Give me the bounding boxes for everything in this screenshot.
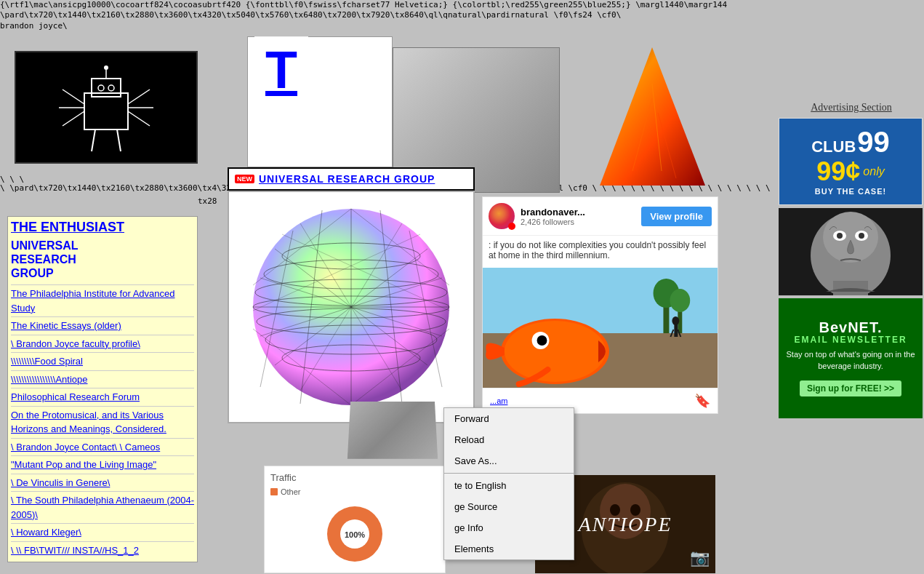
svg-point-56 xyxy=(505,321,606,382)
sidebar-link-howard[interactable]: \ Howard Kleger\ xyxy=(11,523,194,541)
instagram-user-info: brandonaver... 2,426 followers xyxy=(521,207,635,226)
sidebar-link-contact[interactable]: \ Brandon Joyce Contact\ \ Cameos xyxy=(11,438,194,456)
sidebar-subtitle: UNIVERSAL RESEARCH GROUP xyxy=(11,239,194,281)
context-menu: Forward Reload Save As... te to English … xyxy=(443,407,574,560)
instagram-card: brandonaver... 2,426 followers View prof… xyxy=(482,196,718,414)
sidebar-link-mutant-pop[interactable]: "Mutant Pop and the Living Image" xyxy=(11,455,194,474)
antiope-instagram-icon: 📷 xyxy=(690,549,710,567)
antiope-text: ANTIOPE xyxy=(578,513,672,536)
urg-banner-text: UNIVERSAL RESEARCH GROUP xyxy=(259,173,435,185)
perspective-shape xyxy=(347,402,438,459)
legend-label-other: Other xyxy=(281,487,301,496)
sidebar-link-de-vinculis[interactable]: \ De Vinculis in Genere\ xyxy=(11,474,194,492)
ads-section-title: Advertising Section xyxy=(779,102,924,113)
urg-banner[interactable]: NEW UNIVERSAL RESEARCH GROUP xyxy=(228,167,475,191)
fire-triangle-image xyxy=(596,40,709,193)
bevnet-cta[interactable]: Sign up for FREE! >> xyxy=(800,380,901,396)
sidebar-link-faculty[interactable]: \ Brandon Joyce faculty profile\ xyxy=(11,335,194,353)
club99-cents: 99¢ xyxy=(816,156,860,187)
context-menu-translate[interactable]: te to English xyxy=(444,475,574,496)
svg-marker-15 xyxy=(600,47,705,186)
chart-legend: Other xyxy=(270,487,439,496)
sidebar-link-philadelphia[interactable]: The Philadelphia Institute for Advanced … xyxy=(11,284,194,316)
sidebar-link-protomusical[interactable]: On the Protomusical, and its Various Hor… xyxy=(11,406,194,438)
context-menu-forward[interactable]: Forward xyxy=(444,408,574,429)
bevnet-body: Stay on top of what's going on in the be… xyxy=(786,349,915,372)
traffic-chart: Traffic Other 100% xyxy=(264,466,446,573)
instagram-live-dot xyxy=(508,223,515,230)
view-profile-button[interactable]: View profile xyxy=(641,207,712,226)
svg-point-52 xyxy=(672,316,679,325)
club99-only: only xyxy=(863,165,884,178)
ads-column: Advertising Section CLUB 99 99¢ only BUY… xyxy=(779,102,924,418)
ad-club99[interactable]: CLUB 99 99¢ only BUY THE CASE! xyxy=(779,118,923,205)
instagram-username: brandonaver... xyxy=(521,207,635,218)
club99-number: 99 xyxy=(857,127,890,156)
context-menu-save-as[interactable]: Save As... xyxy=(444,450,574,471)
svg-text:100%: 100% xyxy=(345,530,365,539)
3d-sphere-window xyxy=(228,191,475,423)
svg-point-72 xyxy=(837,233,843,239)
svg-point-14 xyxy=(104,65,108,70)
legend-dot-other xyxy=(270,488,278,495)
robot-sketch-image xyxy=(15,51,198,164)
traffic-title: Traffic xyxy=(270,472,439,483)
ad-bevnet[interactable]: BevNET. EMAIL NEWSLETTER Stay on top of … xyxy=(779,298,923,418)
instagram-followers: 2,426 followers xyxy=(521,218,635,226)
sidebar-link-antiope[interactable]: \\\\\\\\\\\\\\\\\Antiope xyxy=(11,370,194,388)
svg-point-58 xyxy=(537,335,547,346)
bevnet-brand: BevNET. xyxy=(819,320,882,335)
sidebar-link-kinetic[interactable]: The Kinetic Essays (older) xyxy=(11,316,194,335)
context-menu-elements[interactable]: Elements xyxy=(444,538,574,559)
instagram-bottom-text: ...am xyxy=(490,396,507,405)
sidebar-title: THE ENTHUSIAST xyxy=(11,220,194,236)
donut-chart: 100% xyxy=(270,499,439,565)
context-menu-separator xyxy=(444,473,574,474)
context-menu-info[interactable]: ge Info xyxy=(444,517,574,538)
tx28-text: tx28 xyxy=(198,196,217,206)
svg-point-69 xyxy=(823,212,878,263)
sidebar-link-social[interactable]: \ \\ FB\TWIT/// INSTA//HS_1_2 xyxy=(11,541,194,559)
sidebar-link-food-spiral[interactable]: \\\\\\\\\Food Spiral xyxy=(11,352,194,370)
club99-buy: BUY THE CASE! xyxy=(815,187,886,196)
rtf-bg-text: {\rtf1\mac\ansicpg10000\cocoartf824\coco… xyxy=(0,0,727,31)
sidebar: THE ENTHUSIAST UNIVERSAL RESEARCH GROUP … xyxy=(7,216,198,562)
svg-point-50 xyxy=(670,289,690,312)
context-menu-source[interactable]: ge Source xyxy=(444,496,574,517)
bookmark-icon: 🔖 xyxy=(694,393,710,409)
new-badge: NEW xyxy=(235,175,254,183)
sidebar-link-philosophy[interactable]: Philosophical Research Forum xyxy=(11,388,194,406)
sidebar-link-athenaeum[interactable]: \ The South Philadelphia Athenaeum (2004… xyxy=(11,491,194,523)
instagram-fish-image xyxy=(483,268,718,388)
ad-face[interactable] xyxy=(779,208,923,295)
instagram-quote: : if you do not like complexities you co… xyxy=(483,235,718,268)
club99-label: CLUB xyxy=(811,137,856,156)
big-t-letter: T xyxy=(254,36,308,103)
bevnet-subtitle: EMAIL NEWSLETTER xyxy=(794,335,907,345)
context-menu-reload[interactable]: Reload xyxy=(444,429,574,450)
instagram-header: brandonaver... 2,426 followers View prof… xyxy=(483,197,718,235)
instagram-avatar xyxy=(489,203,515,229)
svg-point-73 xyxy=(859,233,864,239)
